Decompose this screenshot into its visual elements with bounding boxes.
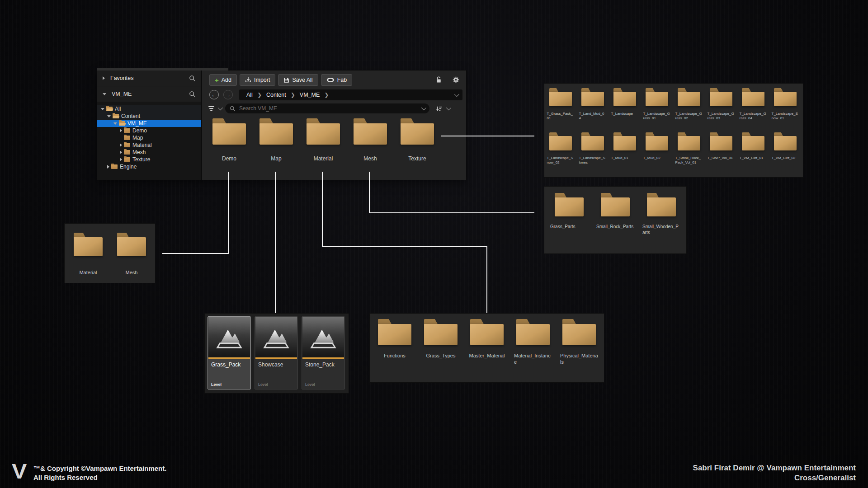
- breadcrumb-item[interactable]: VM_ME ❯: [297, 92, 331, 98]
- connector-demo-horizontal: [162, 253, 229, 254]
- tree-expander-icon[interactable]: [107, 165, 109, 169]
- folder-icon: [124, 128, 130, 133]
- breadcrumb-items: All ❯ Content ❯ VM_ME ❯: [244, 92, 330, 98]
- breadcrumb-label[interactable]: Content: [264, 92, 289, 98]
- connector-texture: [441, 136, 534, 136]
- texture-folder[interactable]: T_Landscape_Snow_02: [544, 132, 576, 177]
- texture-folder[interactable]: T_SWP_Vol_01: [705, 132, 737, 177]
- texture-folder[interactable]: T_Landscape_Grass_04: [737, 88, 769, 132]
- level-card[interactable]: Grass_Pack Level: [208, 316, 251, 389]
- save-all-button[interactable]: Save All: [278, 74, 318, 86]
- collection-label: VM_ME: [112, 91, 189, 97]
- tree-row[interactable]: Texture: [97, 156, 201, 163]
- tree-row[interactable]: All: [97, 105, 201, 113]
- demo-folder[interactable]: Mesh: [110, 233, 153, 283]
- tree-expander-icon[interactable]: [120, 158, 122, 161]
- tree-expander-icon[interactable]: [120, 143, 122, 147]
- tree-row[interactable]: Material: [97, 141, 201, 149]
- content-folder[interactable]: Mesh: [347, 118, 394, 162]
- demo-folder[interactable]: Material: [66, 233, 110, 283]
- unlock-icon[interactable]: [435, 76, 442, 84]
- tree-expander-icon[interactable]: [120, 129, 122, 132]
- search-icon[interactable]: [189, 91, 196, 98]
- breadcrumb-label[interactable]: All: [244, 92, 255, 98]
- fab-button[interactable]: Fab: [321, 74, 353, 86]
- tree-row[interactable]: VM_ME: [97, 120, 201, 127]
- credit-line1: Sabri Firat Demir @ Vampawn Entertainmen…: [693, 463, 856, 473]
- connector-mesh-horizontal: [369, 212, 534, 213]
- mesh-folder[interactable]: Grass_Parts: [546, 193, 592, 253]
- texture-folder[interactable]: T_Small_Rock_Pack_Vol_01: [673, 132, 705, 177]
- search-row: [208, 103, 462, 114]
- folder-name: Mesh: [126, 270, 138, 275]
- back-button[interactable]: ←: [209, 90, 219, 99]
- settings-gear-icon[interactable]: [452, 76, 460, 84]
- tree-expander-icon[interactable]: [101, 108, 104, 110]
- tree-row-label: Content: [121, 113, 140, 119]
- filter-icon[interactable]: [208, 106, 214, 111]
- tree-expander-icon[interactable]: [107, 115, 111, 117]
- level-card[interactable]: Stone_Pack Level: [302, 316, 345, 389]
- tree-row[interactable]: Demo: [97, 127, 201, 134]
- folder-name: Physical_Materials: [560, 352, 598, 366]
- level-card[interactable]: Showcase Level: [255, 316, 298, 389]
- add-button[interactable]: + Add: [209, 74, 237, 86]
- texture-folder[interactable]: T_Mud_02: [641, 132, 673, 177]
- import-button[interactable]: Import: [240, 74, 275, 86]
- filter-dropdown-icon[interactable]: [218, 105, 223, 110]
- search-input[interactable]: [238, 105, 419, 112]
- material-folder[interactable]: Material_Instance: [510, 319, 556, 382]
- collection-header[interactable]: VM_ME: [97, 86, 201, 102]
- texture-folder[interactable]: T_VM_Cliff_02: [769, 132, 801, 177]
- search-box[interactable]: [225, 103, 429, 113]
- texture-folder[interactable]: T_Landscape_Grass_03: [705, 88, 737, 132]
- tree-expander-icon[interactable]: [120, 150, 122, 154]
- content-folder[interactable]: Demo: [206, 118, 253, 162]
- mesh-folder[interactable]: Small_Rock_Parts: [592, 193, 638, 253]
- texture-folder[interactable]: T_VM_Cliff_01: [737, 132, 769, 177]
- texture-folder[interactable]: T_Mud_01: [609, 132, 641, 177]
- material-folder[interactable]: Master_Material: [464, 319, 510, 382]
- breadcrumb-label[interactable]: VM_ME: [297, 92, 322, 98]
- connector-material-vertical-1: [322, 172, 323, 247]
- favorites-header[interactable]: Favorites: [97, 70, 201, 86]
- forward-button[interactable]: →: [223, 90, 233, 99]
- search-history-icon[interactable]: [421, 105, 426, 110]
- asset-type-label: Level: [211, 382, 247, 387]
- content-folder[interactable]: Map: [253, 118, 300, 162]
- folder-name: T_VM_Cliff_01: [740, 156, 767, 160]
- folder-name: T_Landscape_Grass_04: [740, 112, 767, 121]
- tree-row[interactable]: Mesh: [97, 149, 201, 156]
- path-dropdown-icon[interactable]: [454, 91, 459, 96]
- folder-name: T_Mud_02: [643, 156, 670, 160]
- breadcrumb-item[interactable]: Content ❯: [264, 92, 297, 98]
- texture-folder[interactable]: T_Landscape: [609, 88, 641, 132]
- tree-row[interactable]: Content: [97, 113, 201, 120]
- folder-icon: [117, 233, 146, 256]
- folder-icon: [742, 88, 764, 106]
- folder-name: T_Land_Mud_04: [579, 112, 606, 121]
- mesh-folder[interactable]: Small_Wooden_Parts: [638, 193, 684, 253]
- sources-sidebar: Favorites VM_ME All: [97, 70, 201, 180]
- texture-folder[interactable]: T_Landscape_Stones: [576, 132, 609, 177]
- tree-row[interactable]: Map: [97, 134, 201, 141]
- texture-folder[interactable]: T_Landscape_Snow_01: [769, 88, 801, 132]
- folder-icon: [124, 136, 130, 140]
- material-folder[interactable]: Functions: [372, 319, 418, 382]
- texture-folder[interactable]: T_Land_Mud_04: [576, 88, 609, 132]
- content-folder[interactable]: Material: [300, 118, 347, 162]
- connector-mesh-vertical: [369, 172, 370, 213]
- material-folder[interactable]: Grass_Types: [418, 319, 464, 382]
- sort-icon[interactable]: [436, 106, 443, 112]
- search-icon[interactable]: [189, 75, 196, 82]
- content-folder[interactable]: Texture: [394, 118, 441, 162]
- tree-expander-icon[interactable]: [113, 122, 117, 125]
- texture-folder[interactable]: T_Landscape_Grass_02: [673, 88, 705, 132]
- texture-folder[interactable]: T_Landscape_Grass_01: [641, 88, 673, 132]
- texture-folder[interactable]: T_Grass_Pack_01: [544, 88, 576, 132]
- tree-row[interactable]: Engine: [97, 163, 201, 170]
- breadcrumb-item[interactable]: All ❯: [244, 92, 264, 98]
- material-folder[interactable]: Physical_Materials: [556, 319, 602, 382]
- mesh-panel: Grass_Parts Small_Rock_Parts Small_Woode…: [544, 187, 686, 253]
- sort-dropdown-icon[interactable]: [446, 105, 451, 110]
